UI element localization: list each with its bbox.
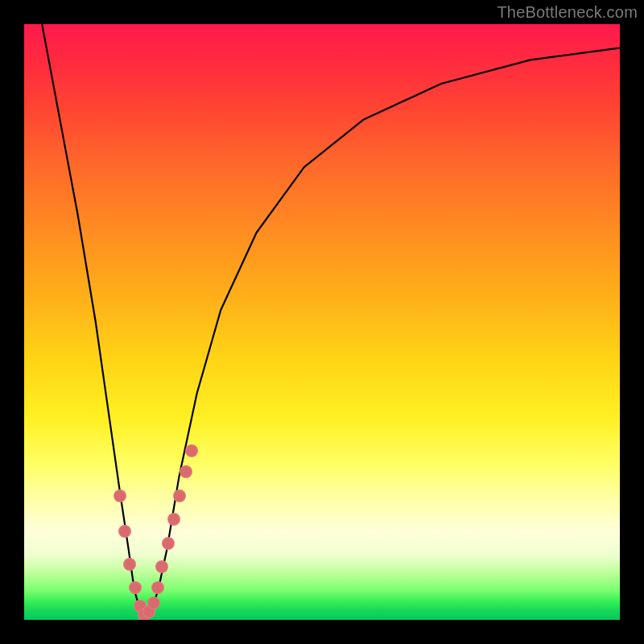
sample-dot [173, 489, 186, 502]
bottleneck-curve [24, 24, 620, 620]
plot-area [24, 24, 620, 620]
watermark-text: TheBottleneck.com [497, 3, 638, 22]
sample-dot [147, 597, 160, 609]
sample-dot [123, 558, 136, 571]
chart-frame: TheBottleneck.com [0, 0, 644, 644]
sample-dot [162, 537, 175, 550]
sample-dot [114, 489, 126, 502]
sample-dot [180, 465, 192, 478]
